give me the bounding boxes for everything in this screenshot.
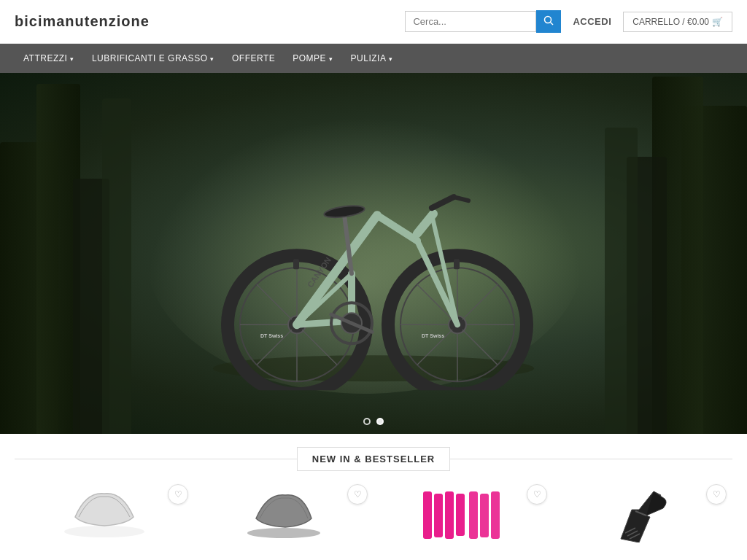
svg-rect-51 <box>456 494 465 536</box>
chevron-down-icon: ▾ <box>210 55 214 63</box>
svg-rect-42 <box>293 259 299 269</box>
search-input[interactable] <box>405 11 536 32</box>
svg-line-1 <box>551 23 554 26</box>
svg-line-33 <box>432 197 454 208</box>
svg-point-0 <box>545 17 551 23</box>
section-title-wrapper: NEW IN & BESTSELLER <box>0 434 747 478</box>
svg-line-34 <box>454 197 468 201</box>
product-card-4: ♡ <box>553 478 732 548</box>
svg-point-36 <box>323 203 365 219</box>
nav-item-attrezzi[interactable]: ATTREZZI ▾ <box>15 44 83 73</box>
search-wrapper <box>405 10 561 33</box>
product-image-3 <box>379 484 547 542</box>
svg-line-23 <box>462 284 498 319</box>
nav-item-lubrificanti[interactable]: LUBRIFICANTI E GRASSO ▾ <box>83 44 223 73</box>
search-button[interactable] <box>536 10 561 33</box>
main-nav: ATTREZZI ▾ LUBRIFICANTI E GRASSO ▾ OFFER… <box>0 44 747 73</box>
product-card-2: ♡ <box>194 478 374 548</box>
product-card-3: ♡ <box>374 478 553 548</box>
cart-button[interactable]: CARRELLO / €0.00 🛒 <box>623 12 732 32</box>
product-card-1: ♡ <box>15 478 194 548</box>
svg-rect-53 <box>480 494 489 537</box>
nav-item-pompe[interactable]: POMPE ▾ <box>284 44 341 73</box>
svg-line-32 <box>417 214 433 233</box>
header: bicimanutenzione ACCEDI CARRELLO / €0.00… <box>0 0 747 44</box>
products-row: ♡ ♡ ♡ <box>0 478 747 548</box>
svg-line-26 <box>377 215 417 241</box>
carousel-dots <box>363 418 384 425</box>
carousel-dot-1[interactable] <box>363 418 371 425</box>
svg-rect-48 <box>423 491 432 539</box>
chevron-down-icon: ▾ <box>329 55 333 63</box>
carousel-dot-2[interactable] <box>376 418 384 425</box>
product-image-2 <box>200 484 368 542</box>
product-image-4 <box>559 484 727 542</box>
product-image-1 <box>20 484 188 542</box>
search-icon <box>543 15 554 26</box>
svg-rect-49 <box>434 494 443 537</box>
chevron-down-icon: ▾ <box>70 55 74 63</box>
svg-text:DT Swiss: DT Swiss <box>260 333 283 338</box>
accedi-link[interactable]: ACCEDI <box>573 16 611 27</box>
header-right: ACCEDI CARRELLO / €0.00 🛒 <box>405 10 732 33</box>
chevron-down-icon: ▾ <box>389 55 393 63</box>
nav-item-offerte[interactable]: OFFERTE <box>223 44 284 73</box>
svg-rect-52 <box>469 491 478 539</box>
hero-bike-image: DT Swiss DT Swiss CANYON <box>184 128 563 390</box>
svg-rect-54 <box>491 491 500 539</box>
cart-label: CARRELLO / €0.00 <box>632 17 709 27</box>
site-logo[interactable]: bicimanutenzione <box>15 13 150 30</box>
wishlist-button-1[interactable]: ♡ <box>168 484 188 505</box>
section-title: NEW IN & BESTSELLER <box>297 447 451 471</box>
wishlist-button-2[interactable]: ♡ <box>347 484 368 505</box>
nav-item-pulizia[interactable]: PULIZIA ▾ <box>342 44 402 73</box>
section-title-line-left <box>15 459 297 459</box>
hero-slider: DT Swiss DT Swiss CANYON <box>0 73 747 434</box>
wishlist-button-3[interactable]: ♡ <box>527 484 547 505</box>
cart-icon: 🛒 <box>712 17 723 27</box>
svg-rect-41 <box>454 259 460 269</box>
svg-point-46 <box>64 526 144 537</box>
wishlist-button-4[interactable]: ♡ <box>706 484 727 505</box>
section-title-line-right <box>450 459 732 459</box>
svg-line-10 <box>257 284 292 319</box>
svg-point-47 <box>247 528 320 538</box>
svg-rect-50 <box>445 491 454 539</box>
svg-line-31 <box>432 215 457 324</box>
svg-text:DT Swiss: DT Swiss <box>422 333 444 338</box>
